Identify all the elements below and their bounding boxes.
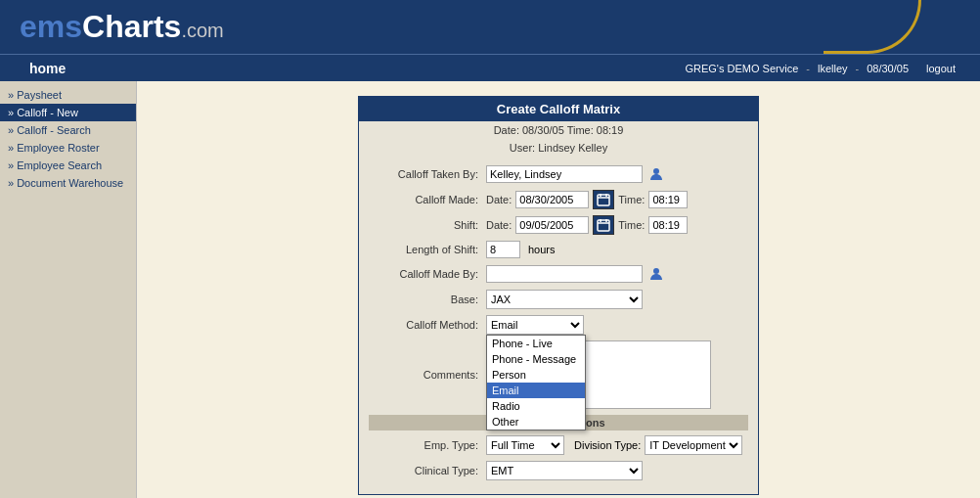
- nav-info: GREG's DEMO Service - lkelley - 08/30/05…: [685, 63, 980, 74]
- length-field: hours: [486, 241, 556, 258]
- length-row: Length of Shift: hours: [369, 241, 748, 258]
- shift-date-input[interactable]: [515, 216, 589, 234]
- emp-type-row: Emp. Type: Full Time Division Type: IT D…: [369, 435, 748, 455]
- calloff-by-row: Calloff Made By:: [369, 264, 748, 284]
- header: emsCharts.com: [0, 0, 980, 54]
- clinical-type-field: EMT: [486, 461, 643, 480]
- form-body: Calloff Taken By: Calloff Made: Date:: [359, 157, 758, 494]
- sidebar-item-calloff-search[interactable]: » Calloff - Search: [0, 121, 136, 139]
- calloff-by-field: [486, 264, 666, 284]
- calloff-by-input[interactable]: [486, 265, 643, 283]
- sidebar-item-document-warehouse[interactable]: » Document Warehouse: [0, 174, 136, 192]
- calloff-method-dropdown-list: Phone - Live Phone - Message Person Emai…: [486, 335, 586, 430]
- date-label-1: Date:: [486, 194, 512, 205]
- nav-logout-link[interactable]: logout: [916, 63, 965, 74]
- navbar: home GREG's DEMO Service - lkelley - 08/…: [0, 54, 980, 81]
- sidebar-item-employee-search[interactable]: » Employee Search: [0, 157, 136, 174]
- shift-field: Date: Time:: [486, 215, 688, 235]
- logo: emsCharts.com: [0, 9, 224, 45]
- calloff-taken-by-person-icon[interactable]: [646, 164, 666, 184]
- svg-point-0: [653, 168, 659, 174]
- nav-sep1: -: [806, 63, 810, 74]
- time-label-1: Time:: [618, 194, 645, 205]
- emp-type-label: Emp. Type:: [369, 439, 486, 451]
- svg-point-9: [653, 268, 659, 274]
- sidebar-item-paysheet[interactable]: » Paysheet: [0, 86, 136, 104]
- calloff-made-field: Date: Time:: [486, 190, 688, 209]
- calloff-made-row: Calloff Made: Date: Time:: [369, 190, 748, 209]
- calloff-method-field: Email Phone - Live Phone - Message Perso…: [486, 315, 584, 335]
- nav-sep2: -: [856, 63, 860, 74]
- shift-time-input[interactable]: [648, 216, 688, 234]
- calloff-made-time-input[interactable]: [648, 191, 688, 208]
- calloff-by-person-icon[interactable]: [646, 264, 666, 284]
- calloff-taken-by-input[interactable]: [486, 165, 643, 183]
- arc-decoration: [824, 0, 921, 54]
- shift-label: Shift:: [369, 219, 486, 231]
- dropdown-item-radio[interactable]: Radio: [487, 398, 585, 414]
- calloff-made-label: Calloff Made:: [369, 194, 486, 205]
- nav-service: GREG's DEMO Service: [685, 63, 798, 74]
- content-area: Create Calloff Matrix Date: 08/30/05 Tim…: [137, 81, 980, 498]
- emp-type-select[interactable]: Full Time: [486, 435, 564, 455]
- form-panel: Create Calloff Matrix Date: 08/30/05 Tim…: [358, 96, 759, 495]
- sidebar-item-calloff-new[interactable]: » Calloff - New: [0, 104, 136, 121]
- dropdown-item-phone-message[interactable]: Phone - Message: [487, 351, 585, 367]
- svg-rect-1: [598, 195, 609, 205]
- hours-label: hours: [528, 244, 556, 255]
- base-select[interactable]: JAX: [486, 290, 643, 309]
- calloff-method-select[interactable]: Email: [486, 315, 584, 335]
- sidebar: » Paysheet » Calloff - New » Calloff - S…: [0, 81, 137, 498]
- calloff-method-row: Calloff Method: Email Phone - Live Phone…: [369, 315, 748, 335]
- calloff-taken-by-row: Calloff Taken By:: [369, 164, 748, 184]
- panel-date-line: Date: 08/30/05 Time: 08:19: [359, 121, 758, 139]
- dropdown-item-email[interactable]: Email: [487, 383, 585, 398]
- base-label: Base:: [369, 294, 486, 305]
- clinical-type-select[interactable]: EMT: [486, 461, 643, 480]
- clinical-type-label: Clinical Type:: [369, 465, 486, 476]
- length-label: Length of Shift:: [369, 244, 486, 255]
- comments-label: Comments:: [369, 369, 486, 381]
- panel-title: Create Calloff Matrix: [359, 97, 758, 121]
- nav-date: 08/30/05: [867, 63, 909, 74]
- date-label-2: Date:: [486, 219, 512, 231]
- svg-rect-5: [598, 220, 609, 231]
- division-type-select[interactable]: IT Development: [645, 435, 742, 455]
- logo-ems: ems: [20, 9, 82, 44]
- logo-charts: Charts: [82, 9, 181, 44]
- clinical-type-row: Clinical Type: EMT: [369, 461, 748, 480]
- sidebar-item-employee-roster[interactable]: » Employee Roster: [0, 139, 136, 157]
- length-input[interactable]: [486, 241, 520, 258]
- calloff-made-calendar-btn[interactable]: [593, 190, 614, 209]
- dropdown-item-phone-live[interactable]: Phone - Live: [487, 336, 585, 351]
- calloff-method-label: Calloff Method:: [369, 319, 486, 331]
- panel-user-line: User: Lindsey Kelley: [359, 139, 758, 157]
- calloff-method-dropdown-wrapper: Email Phone - Live Phone - Message Perso…: [486, 315, 584, 335]
- calloff-taken-by-label: Calloff Taken By:: [369, 168, 486, 180]
- shift-row: Shift: Date: Time:: [369, 215, 748, 235]
- calloff-made-date-input[interactable]: [515, 191, 589, 208]
- base-field: JAX: [486, 290, 643, 309]
- logo-com: .com: [181, 20, 223, 41]
- dropdown-item-person[interactable]: Person: [487, 367, 585, 383]
- nav-user: lkelley: [818, 63, 848, 74]
- main-layout: » Paysheet » Calloff - New » Calloff - S…: [0, 81, 980, 498]
- calloff-by-label: Calloff Made By:: [369, 268, 486, 280]
- base-row: Base: JAX: [369, 290, 748, 309]
- time-label-2: Time:: [618, 219, 645, 231]
- emp-type-field: Full Time Division Type: IT Development: [486, 435, 742, 455]
- nav-home-link[interactable]: home: [0, 61, 95, 76]
- shift-calendar-btn[interactable]: [593, 215, 614, 235]
- division-type-label: Division Type:: [574, 439, 641, 451]
- calloff-taken-by-field: [486, 164, 666, 184]
- dropdown-item-other[interactable]: Other: [487, 414, 585, 430]
